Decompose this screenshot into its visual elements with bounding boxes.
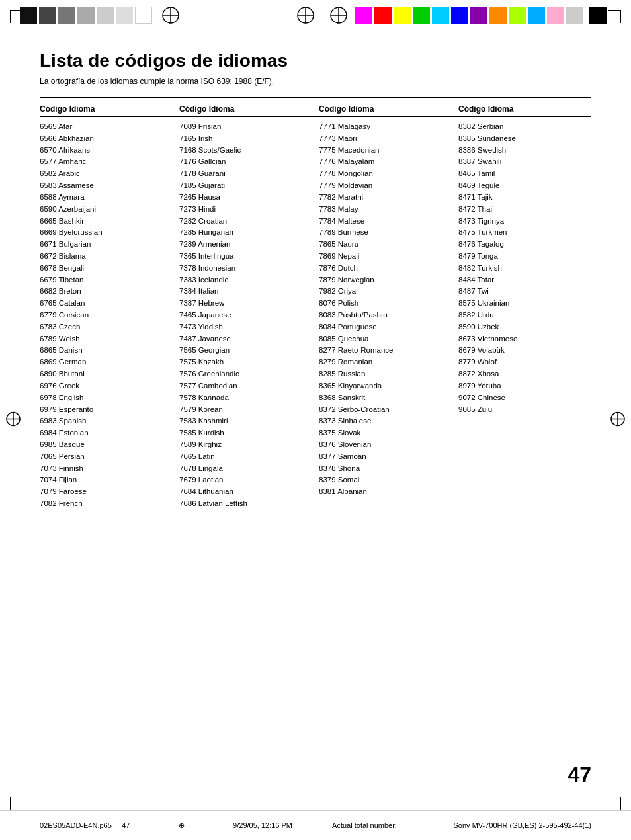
center-reg (296, 5, 316, 25)
list-item: 8484 Tatar (458, 274, 591, 286)
list-item: 7079 Faroese (40, 486, 173, 498)
list-item: 6979 Esperanto (40, 404, 173, 416)
list-item: 7575 Kazakh (179, 357, 312, 368)
list-item: 7589 Kirghiz (179, 439, 312, 451)
list-item: 8482 Turkish (458, 263, 591, 274)
list-item: 7865 Nauru (319, 239, 452, 251)
list-item: 7578 Kannada (179, 392, 312, 404)
list-item: 7065 Persian (40, 451, 173, 463)
list-item: 7365 Interlingua (179, 251, 312, 263)
swatch-lime (509, 7, 526, 24)
list-item: 7289 Armenian (179, 239, 312, 251)
list-item: 6890 Bhutani (40, 368, 173, 380)
column-1: 6565 Afar6566 Abkhazian6570 Afrikaans657… (40, 121, 173, 510)
list-item: 7679 Laotian (179, 474, 312, 486)
crop-mark-tr (608, 10, 621, 23)
list-item: 7384 Italian (179, 286, 312, 298)
list-item: 8083 Pushto/Pashto (319, 310, 452, 321)
table-body: 6565 Afar6566 Abkhazian6570 Afrikaans657… (40, 121, 591, 510)
list-item: 6672 Bislama (40, 251, 173, 263)
list-item: 9072 Chinese (458, 392, 591, 404)
crop-mark-bl (10, 797, 23, 810)
footer-reg-mark-center: ⊕ (179, 821, 185, 829)
list-item: 6678 Bengali (40, 263, 173, 274)
swatch-blue (451, 7, 468, 24)
list-item: 7982 Oriya (319, 286, 452, 298)
list-item: 7576 Greenlandic (179, 368, 312, 380)
footer-page-num: 47 (122, 821, 130, 829)
list-item: 7776 Malayalam (319, 156, 452, 168)
list-item: 8372 Serbo-Croatian (319, 404, 452, 416)
list-item: 8779 Wolof (458, 357, 591, 368)
list-item: 7074 Fijian (40, 474, 173, 486)
swatch-red (374, 7, 392, 24)
list-item: 8387 Swahili (458, 156, 591, 168)
list-item: 8376 Slovenian (319, 439, 452, 451)
list-item: 7168 Scots/Gaelic (179, 145, 312, 157)
list-item: 8487 Twi (458, 286, 591, 298)
list-item: 8076 Polish (319, 298, 452, 310)
col-header-3: Código Idioma (319, 105, 452, 114)
list-item: 8084 Portuguese (319, 321, 452, 333)
swatch-orange (489, 7, 507, 24)
swatch-sky (528, 7, 545, 24)
list-item: 7684 Lithuanian (179, 486, 312, 498)
swatch-pink (547, 7, 564, 24)
list-item: 7782 Marathi (319, 192, 452, 204)
list-item: 7869 Nepali (319, 251, 452, 263)
footer-product: Actual total number: Sony MV-700HR (GB,E… (332, 821, 591, 829)
list-item: 6783 Czech (40, 321, 173, 333)
header-bar (0, 0, 631, 30)
list-item: 7876 Dutch (319, 263, 452, 274)
list-item: 6983 Spanish (40, 415, 173, 427)
footer-product-name: Sony MV-700HR (GB,ES) 2-595-492-44(1) (454, 821, 591, 829)
footer-filename: 02ES05ADD-E4N.p65 47 ⊕ 9/29/05, 12:16 PM (40, 821, 292, 830)
col-header-1: Código Idioma (40, 105, 173, 114)
list-item: 9085 Zulu (458, 404, 591, 416)
column-2: 7089 Frisian7165 Irish7168 Scots/Gaelic7… (179, 121, 312, 510)
list-item: 8381 Albanian (319, 486, 452, 498)
reg-mark-right-side (610, 411, 626, 429)
list-item: 6671 Bulgarian (40, 239, 173, 251)
list-item: 8377 Samoan (319, 451, 452, 463)
swatch-white (135, 7, 152, 24)
page-number: 47 (568, 763, 591, 787)
list-item: 8679 Volapük (458, 345, 591, 357)
list-item: 6565 Afar (40, 121, 173, 133)
list-item: 6679 Tibetan (40, 274, 173, 286)
list-item: 8472 Thai (458, 204, 591, 216)
list-item: 8473 Tigrinya (458, 216, 591, 228)
crop-mark-tl (10, 10, 23, 23)
list-item: 7583 Kashmiri (179, 415, 312, 427)
col-header-2: Código Idioma (179, 105, 312, 114)
list-item: 6566 Abkhazian (40, 133, 173, 145)
swatch-magenta (355, 7, 372, 24)
list-item: 7378 Indonesian (179, 263, 312, 274)
list-item: 6765 Catalan (40, 298, 173, 310)
page-subtitle: La ortografía de los idiomas cumple la n… (40, 77, 591, 86)
list-item: 7089 Frisian (179, 121, 312, 133)
list-item: 6779 Corsican (40, 310, 173, 321)
list-item: 7585 Kurdish (179, 427, 312, 439)
list-item: 6984 Estonian (40, 427, 173, 439)
header-divider (40, 97, 591, 98)
list-item: 7273 Hindi (179, 204, 312, 216)
list-item: 8277 Raeto-Romance (319, 345, 452, 357)
list-item: 6570 Afrikaans (40, 145, 173, 157)
list-item: 8285 Russian (319, 368, 452, 380)
swatch-mid-grey (58, 7, 75, 24)
swatch-black-right (589, 7, 607, 24)
list-item: 8471 Tajik (458, 192, 591, 204)
page-content: Lista de códigos de idiomas La ortografí… (0, 30, 631, 550)
list-item: 7465 Japanese (179, 310, 312, 321)
list-item: 7678 Lingala (179, 463, 312, 475)
header-right (329, 5, 611, 25)
swatch-yellow (394, 7, 411, 24)
list-item: 7577 Cambodian (179, 380, 312, 392)
footer-filename-text: 02ES05ADD-E4N.p65 (40, 821, 112, 829)
list-item: 8673 Vietnamese (458, 333, 591, 345)
list-item: 6789 Welsh (40, 333, 173, 345)
swatch-near-white (116, 7, 133, 24)
list-item: 7178 Guarani (179, 168, 312, 180)
table-header: Código Idioma Código Idioma Código Idiom… (40, 105, 591, 117)
